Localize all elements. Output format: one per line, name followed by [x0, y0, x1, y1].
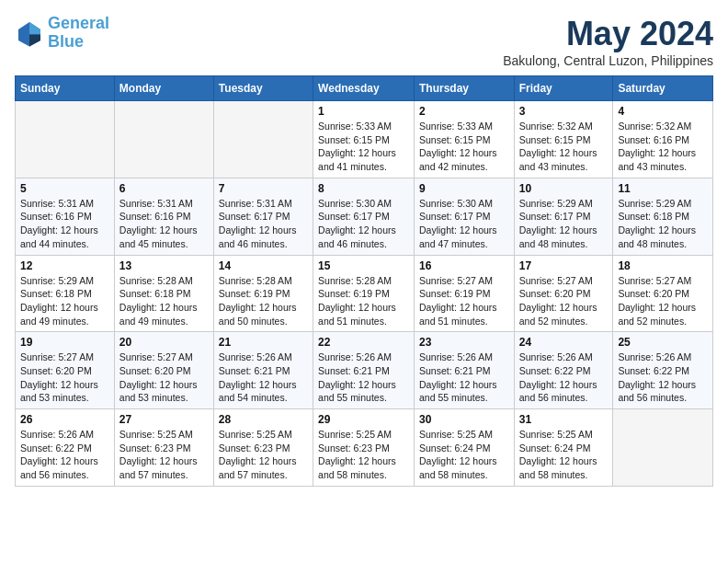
logo-line2: Blue	[48, 32, 84, 51]
day-number: 20	[119, 336, 209, 349]
weekday-header-tuesday: Tuesday	[213, 76, 313, 101]
day-number: 28	[219, 413, 308, 426]
day-number: 5	[20, 182, 109, 195]
day-cell: 12Sunrise: 5:29 AM Sunset: 6:18 PM Dayli…	[16, 255, 115, 332]
day-cell	[114, 101, 213, 178]
day-info: Sunrise: 5:30 AM Sunset: 6:17 PM Dayligh…	[419, 197, 509, 251]
day-info: Sunrise: 5:26 AM Sunset: 6:21 PM Dayligh…	[318, 350, 409, 405]
day-info: Sunrise: 5:31 AM Sunset: 6:16 PM Dayligh…	[119, 197, 209, 251]
day-cell: 9Sunrise: 5:30 AM Sunset: 6:17 PM Daylig…	[414, 178, 514, 255]
day-number: 4	[618, 105, 708, 118]
day-info: Sunrise: 5:32 AM Sunset: 6:15 PM Dayligh…	[519, 120, 609, 174]
day-number: 8	[318, 182, 409, 195]
day-info: Sunrise: 5:25 AM Sunset: 6:23 PM Dayligh…	[119, 428, 209, 482]
week-row-1: 1Sunrise: 5:33 AM Sunset: 6:15 PM Daylig…	[16, 101, 713, 178]
title-block: May 2024 Bakulong, Central Luzon, Philip…	[503, 15, 713, 68]
day-info: Sunrise: 5:25 AM Sunset: 6:24 PM Dayligh…	[419, 428, 509, 482]
day-cell	[16, 101, 115, 178]
day-cell: 21Sunrise: 5:26 AM Sunset: 6:21 PM Dayli…	[213, 332, 313, 409]
day-cell: 13Sunrise: 5:28 AM Sunset: 6:18 PM Dayli…	[114, 255, 213, 332]
day-number: 16	[419, 259, 509, 272]
day-cell: 27Sunrise: 5:25 AM Sunset: 6:23 PM Dayli…	[114, 409, 213, 487]
svg-marker-1	[29, 22, 40, 35]
day-cell	[613, 409, 713, 487]
day-info: Sunrise: 5:31 AM Sunset: 6:16 PM Dayligh…	[20, 197, 109, 251]
weekday-header-saturday: Saturday	[613, 76, 713, 101]
logo: General Blue	[15, 15, 109, 52]
day-cell: 26Sunrise: 5:26 AM Sunset: 6:22 PM Dayli…	[16, 409, 115, 487]
day-number: 27	[119, 413, 209, 426]
day-number: 17	[519, 259, 609, 272]
month-title: May 2024	[503, 15, 713, 53]
logo-line1: General	[48, 14, 109, 32]
page-header: General Blue May 2024 Bakulong, Central …	[15, 15, 713, 68]
week-row-2: 5Sunrise: 5:31 AM Sunset: 6:16 PM Daylig…	[16, 178, 713, 255]
location: Bakulong, Central Luzon, Philippines	[503, 53, 713, 68]
day-info: Sunrise: 5:27 AM Sunset: 6:19 PM Dayligh…	[419, 274, 509, 328]
day-number: 13	[119, 259, 209, 272]
svg-marker-2	[29, 34, 40, 46]
day-info: Sunrise: 5:26 AM Sunset: 6:22 PM Dayligh…	[20, 428, 109, 482]
day-number: 26	[20, 413, 109, 426]
day-number: 1	[318, 105, 409, 118]
weekday-header-thursday: Thursday	[414, 76, 514, 101]
day-number: 18	[618, 259, 708, 272]
day-info: Sunrise: 5:31 AM Sunset: 6:17 PM Dayligh…	[219, 197, 308, 251]
week-row-4: 19Sunrise: 5:27 AM Sunset: 6:20 PM Dayli…	[16, 332, 713, 409]
day-info: Sunrise: 5:29 AM Sunset: 6:17 PM Dayligh…	[519, 197, 609, 251]
day-cell: 17Sunrise: 5:27 AM Sunset: 6:20 PM Dayli…	[514, 255, 613, 332]
day-number: 3	[519, 105, 609, 118]
day-info: Sunrise: 5:25 AM Sunset: 6:23 PM Dayligh…	[219, 428, 308, 482]
day-cell: 20Sunrise: 5:27 AM Sunset: 6:20 PM Dayli…	[114, 332, 213, 409]
day-cell: 6Sunrise: 5:31 AM Sunset: 6:16 PM Daylig…	[114, 178, 213, 255]
day-cell: 22Sunrise: 5:26 AM Sunset: 6:21 PM Dayli…	[313, 332, 415, 409]
day-number: 14	[219, 259, 308, 272]
day-info: Sunrise: 5:26 AM Sunset: 6:22 PM Dayligh…	[519, 350, 609, 405]
weekday-header-monday: Monday	[114, 76, 213, 101]
day-number: 31	[519, 413, 609, 426]
day-number: 6	[119, 182, 209, 195]
day-number: 15	[318, 259, 409, 272]
day-info: Sunrise: 5:28 AM Sunset: 6:19 PM Dayligh…	[318, 274, 409, 328]
day-cell: 2Sunrise: 5:33 AM Sunset: 6:15 PM Daylig…	[414, 101, 514, 178]
day-number: 11	[618, 182, 708, 195]
day-info: Sunrise: 5:27 AM Sunset: 6:20 PM Dayligh…	[618, 274, 708, 328]
day-number: 7	[219, 182, 308, 195]
day-number: 23	[419, 336, 509, 349]
day-number: 2	[419, 105, 509, 118]
day-info: Sunrise: 5:27 AM Sunset: 6:20 PM Dayligh…	[519, 274, 609, 328]
day-cell: 8Sunrise: 5:30 AM Sunset: 6:17 PM Daylig…	[313, 178, 415, 255]
day-info: Sunrise: 5:32 AM Sunset: 6:16 PM Dayligh…	[618, 120, 708, 174]
week-row-3: 12Sunrise: 5:29 AM Sunset: 6:18 PM Dayli…	[16, 255, 713, 332]
day-cell: 18Sunrise: 5:27 AM Sunset: 6:20 PM Dayli…	[613, 255, 713, 332]
day-info: Sunrise: 5:28 AM Sunset: 6:19 PM Dayligh…	[219, 274, 308, 328]
weekday-header-wednesday: Wednesday	[313, 76, 415, 101]
day-cell: 29Sunrise: 5:25 AM Sunset: 6:23 PM Dayli…	[313, 409, 415, 487]
day-cell: 10Sunrise: 5:29 AM Sunset: 6:17 PM Dayli…	[514, 178, 613, 255]
day-number: 24	[519, 336, 609, 349]
day-info: Sunrise: 5:28 AM Sunset: 6:18 PM Dayligh…	[119, 274, 209, 328]
day-cell: 11Sunrise: 5:29 AM Sunset: 6:18 PM Dayli…	[613, 178, 713, 255]
day-info: Sunrise: 5:29 AM Sunset: 6:18 PM Dayligh…	[618, 197, 708, 251]
week-row-5: 26Sunrise: 5:26 AM Sunset: 6:22 PM Dayli…	[16, 409, 713, 487]
weekday-header-row: SundayMondayTuesdayWednesdayThursdayFrid…	[16, 76, 713, 101]
day-cell: 30Sunrise: 5:25 AM Sunset: 6:24 PM Dayli…	[414, 409, 514, 487]
day-cell: 5Sunrise: 5:31 AM Sunset: 6:16 PM Daylig…	[16, 178, 115, 255]
day-cell	[213, 101, 313, 178]
logo-text: General Blue	[48, 15, 109, 52]
day-cell: 15Sunrise: 5:28 AM Sunset: 6:19 PM Dayli…	[313, 255, 415, 332]
day-info: Sunrise: 5:29 AM Sunset: 6:18 PM Dayligh…	[20, 274, 109, 328]
day-number: 21	[219, 336, 308, 349]
day-cell: 7Sunrise: 5:31 AM Sunset: 6:17 PM Daylig…	[213, 178, 313, 255]
day-info: Sunrise: 5:33 AM Sunset: 6:15 PM Dayligh…	[318, 120, 409, 174]
day-info: Sunrise: 5:30 AM Sunset: 6:17 PM Dayligh…	[318, 197, 409, 251]
day-number: 25	[618, 336, 708, 349]
day-cell: 14Sunrise: 5:28 AM Sunset: 6:19 PM Dayli…	[213, 255, 313, 332]
day-cell: 1Sunrise: 5:33 AM Sunset: 6:15 PM Daylig…	[313, 101, 415, 178]
logo-icon	[15, 18, 44, 48]
day-info: Sunrise: 5:25 AM Sunset: 6:23 PM Dayligh…	[318, 428, 409, 482]
day-info: Sunrise: 5:25 AM Sunset: 6:24 PM Dayligh…	[519, 428, 609, 482]
day-info: Sunrise: 5:26 AM Sunset: 6:21 PM Dayligh…	[219, 350, 308, 405]
day-cell: 31Sunrise: 5:25 AM Sunset: 6:24 PM Dayli…	[514, 409, 613, 487]
day-number: 19	[20, 336, 109, 349]
